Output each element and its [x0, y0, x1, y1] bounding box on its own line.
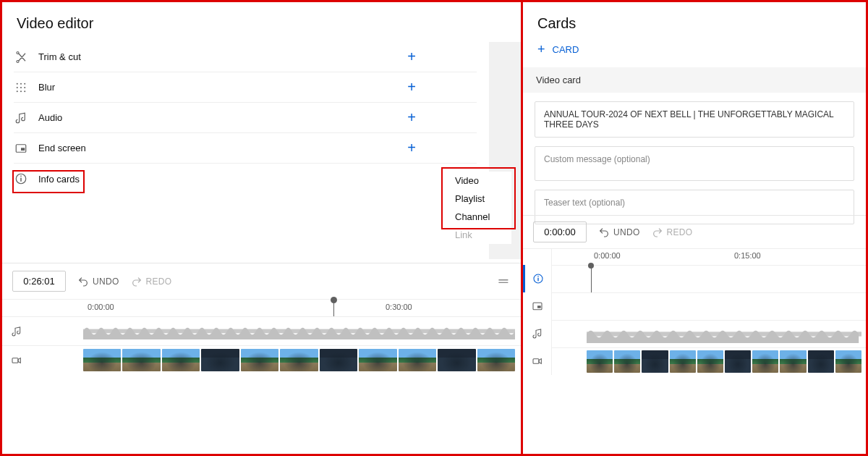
svg-point-4: [20, 87, 22, 88]
add-card-button[interactable]: + CARD: [523, 42, 593, 67]
audio-waveform: [83, 323, 515, 339]
svg-rect-20: [537, 305, 541, 308]
svg-point-1: [20, 83, 22, 84]
ruler-tick: 0:30:00: [386, 303, 412, 311]
svg-rect-18: [537, 276, 538, 276]
cards-timeline: 0:00:00 UNDO REDO 0:00:00 0:15:00: [523, 215, 866, 375]
svg-point-8: [24, 90, 25, 92]
svg-point-0: [17, 83, 18, 84]
card-section-title: Video card: [523, 67, 866, 93]
editor-row-infocards[interactable]: Info cards: [14, 164, 477, 194]
undo-button[interactable]: UNDO: [598, 227, 640, 238]
svg-point-5: [24, 87, 25, 88]
page-title: Video editor: [2, 2, 521, 42]
cards-ruler[interactable]: 0:00:00 0:15:00: [552, 249, 866, 265]
redo-button[interactable]: REDO: [652, 227, 693, 238]
music-note-icon: [2, 326, 31, 337]
video-track[interactable]: [2, 345, 521, 374]
svg-rect-15: [12, 358, 18, 363]
endscreen-icon: [14, 141, 28, 156]
editor-row-audio[interactable]: Audio +: [14, 103, 477, 133]
editor-row-blur[interactable]: Blur +: [14, 72, 477, 103]
plus-icon: +: [537, 42, 545, 57]
editor-row-trim[interactable]: Trim & cut +: [14, 42, 477, 72]
ruler-tick: 0:00:00: [88, 303, 114, 311]
editor-row-label: Info cards: [38, 174, 419, 185]
playhead[interactable]: [591, 266, 592, 292]
audio-waveform: [587, 325, 861, 343]
plus-icon[interactable]: +: [404, 48, 419, 65]
svg-point-7: [20, 90, 22, 92]
editor-row-label: Blur: [38, 82, 404, 93]
editor-row-label: Audio: [38, 112, 404, 123]
track-selector-info[interactable]: [523, 265, 551, 292]
svg-rect-17: [537, 278, 538, 282]
svg-rect-12: [20, 178, 22, 182]
track-selector-endscreen[interactable]: [523, 292, 551, 320]
info-icon: [14, 172, 28, 186]
plus-icon[interactable]: +: [404, 140, 419, 156]
svg-rect-21: [533, 359, 539, 364]
plus-icon[interactable]: +: [404, 109, 419, 126]
music-note-icon: [14, 111, 28, 125]
blur-grid-icon: [14, 80, 28, 95]
cards-title: Cards: [523, 2, 866, 42]
plus-icon[interactable]: +: [404, 79, 419, 96]
video-title-field[interactable]: ANNUAL TOUR-2024 OF NEXT BELL | THE UNFO…: [535, 101, 854, 138]
add-card-label: CARD: [553, 44, 579, 55]
dropdown-item-video[interactable]: Video: [446, 172, 511, 190]
drag-handle-icon[interactable]: ═: [496, 274, 511, 289]
editor-row-label: Trim & cut: [38, 51, 404, 62]
svg-point-6: [17, 90, 18, 92]
time-ruler[interactable]: 0:00:00 0:30:00: [2, 299, 521, 316]
video-thumbnails: [83, 349, 515, 371]
svg-rect-10: [21, 148, 25, 151]
cards-current-time-input[interactable]: 0:00:00: [533, 221, 587, 242]
editor-row-label: End screen: [38, 143, 404, 153]
video-thumbnails: [587, 350, 861, 373]
dropdown-item-link: Link: [446, 226, 511, 244]
redo-button[interactable]: REDO: [131, 276, 172, 287]
video-track[interactable]: [552, 347, 866, 375]
ruler-tick: 0:00:00: [594, 251, 621, 260]
camera-icon: [2, 355, 31, 366]
audio-track[interactable]: [2, 316, 521, 345]
svg-point-2: [24, 83, 25, 84]
svg-rect-13: [20, 176, 22, 177]
dropdown-item-channel[interactable]: Channel: [446, 208, 511, 226]
svg-point-3: [17, 87, 18, 88]
current-time-input[interactable]: 0:26:01: [12, 271, 66, 292]
ruler-tick: 0:15:00: [734, 251, 761, 260]
scissors-icon: [14, 50, 28, 64]
infocards-dropdown: Video Playlist Channel Link: [446, 172, 511, 244]
dropdown-item-playlist[interactable]: Playlist: [446, 190, 511, 208]
custom-message-input[interactable]: Custom message (optional): [535, 146, 854, 181]
timeline: 0:26:01 UNDO REDO ═ 0:00:00 0:30:00: [2, 263, 521, 374]
track-selector-audio[interactable]: [523, 320, 551, 347]
track-selector-video[interactable]: [523, 347, 551, 375]
editor-row-endscreen[interactable]: End screen +: [14, 133, 477, 164]
playhead[interactable]: [333, 300, 334, 316]
undo-button[interactable]: UNDO: [77, 276, 119, 287]
audio-track[interactable]: [552, 320, 866, 347]
endscreen-track[interactable]: [552, 292, 866, 320]
info-track[interactable]: [552, 265, 866, 292]
